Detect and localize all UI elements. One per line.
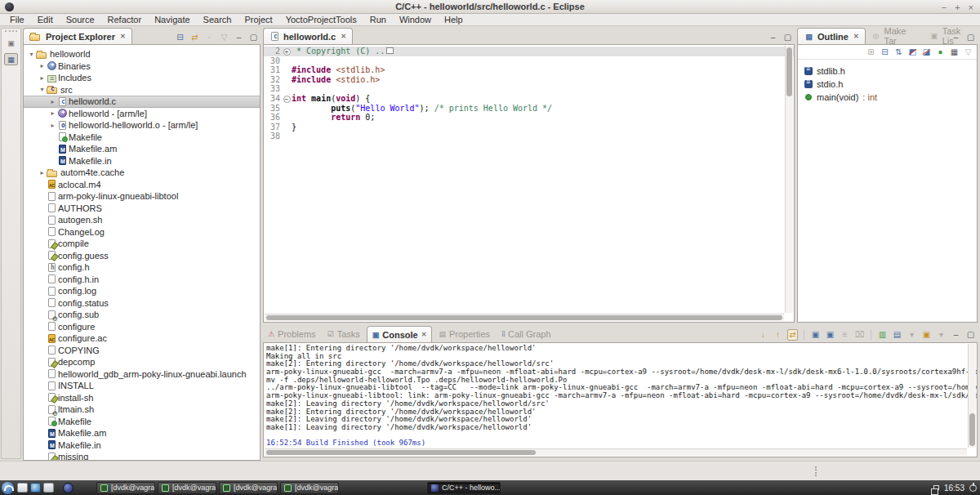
code-line[interactable]: 31#include <stdlib.h> <box>264 65 794 75</box>
maximize-icon[interactable]: ▢ <box>782 33 793 42</box>
hide-non-public-icon[interactable]: ● <box>935 47 946 57</box>
outline-item-main-void[interactable]: main(void) : int <box>798 91 977 104</box>
hide-fields-icon[interactable]: ◩ <box>907 47 918 57</box>
menu-help[interactable]: Help <box>438 15 470 25</box>
tab-properties[interactable]: ▤Properties <box>434 326 495 342</box>
tree-arrow-icon[interactable]: ▸ <box>38 74 47 82</box>
console-vertical-scrollbar[interactable] <box>968 344 976 448</box>
code-line[interactable]: 36 return 0; <box>264 113 794 123</box>
pin-view-menu-icon[interactable]: ▾ <box>936 330 947 340</box>
tree-arrow-icon[interactable]: ▸ <box>48 98 57 105</box>
scroll-lock-icon[interactable]: ▣ <box>825 330 835 340</box>
display-icon[interactable] <box>30 483 41 493</box>
menu-refactor[interactable]: Refactor <box>101 15 149 25</box>
console-output[interactable]: make[1]: Entering directory '/home/dvdk/… <box>263 342 978 457</box>
fold-minus-icon[interactable]: − <box>282 94 292 104</box>
close-icon[interactable]: ✕ <box>120 33 126 40</box>
tree-item-configure-ac[interactable]: configure.ac <box>24 332 260 345</box>
menu-run[interactable]: Run <box>363 15 393 25</box>
minimize-icon[interactable]: – <box>951 330 961 340</box>
editor-vertical-scrollbar[interactable] <box>785 46 793 313</box>
collapse-all-icon[interactable]: ⊟ <box>880 47 890 57</box>
expand-all-icon[interactable]: ⊞ <box>866 47 876 57</box>
tree-item-helloworld-c[interactable]: ▸helloworld.c <box>24 96 260 108</box>
taskbar-window-dvdk-vagran[interactable]: [dvdk@vagran... <box>280 482 339 494</box>
menu-window[interactable]: Window <box>393 15 438 25</box>
drag-handle[interactable] <box>5 30 17 34</box>
tree-item-config-sub[interactable]: config.sub <box>24 309 260 321</box>
network-tray-icon[interactable] <box>933 485 939 490</box>
tree-arrow-icon[interactable]: ▸ <box>48 122 57 129</box>
tree-item-changelog[interactable]: ChangeLog <box>24 226 260 239</box>
tree-item-aclocal-m4[interactable]: aclocal.m4 <box>24 179 260 191</box>
tree-item-config-status[interactable]: config.status <box>24 297 260 310</box>
hide-static-icon[interactable]: ◪ <box>921 47 932 57</box>
outline-item-stdlib-h[interactable]: stdlib.h <box>798 65 977 78</box>
code-line[interactable]: 35 puts("Hello World"); /* prints Hello … <box>264 104 794 114</box>
close-icon[interactable]: ✕ <box>341 33 346 40</box>
tab-tasks[interactable]: ☑Tasks <box>323 326 365 342</box>
tree-arrow-icon[interactable]: ▸ <box>48 109 57 117</box>
view-menu-icon[interactable]: ▽ <box>219 33 229 42</box>
tab-make-tar[interactable]: ◎Make Tar <box>866 28 924 44</box>
open-console-icon[interactable]: ▤ <box>892 330 902 340</box>
taskbar-window-dvdk-vagran[interactable]: [dvdk@vagran... <box>96 482 155 494</box>
project-tree[interactable]: ▾helloworld▸Binaries▸Includes▾src▸hellow… <box>23 44 261 461</box>
maximize-icon[interactable]: ▢ <box>965 33 976 42</box>
tree-item-copying[interactable]: COPYING <box>24 345 260 357</box>
console-horizontal-scrollbar[interactable] <box>265 448 967 456</box>
collapse-all-icon[interactable]: ⊟ <box>175 33 185 42</box>
tree-item-missing[interactable]: missing <box>24 451 260 461</box>
tree-item-helloworld-gdb-arm-poky-linux-gnueabi-launch[interactable]: helloworld_gdb_arm-poky-linux-gnueabi.la… <box>24 368 260 381</box>
tree-item-makefile-am[interactable]: Makefile.am <box>24 143 260 155</box>
tree-item-binaries[interactable]: ▸Binaries <box>24 60 260 73</box>
minimize-icon[interactable]: – <box>234 33 244 42</box>
power-icon[interactable] <box>969 484 977 492</box>
focus-icon[interactable]: ◦ <box>204 33 215 42</box>
outline-item-stdio-h[interactable]: stdio.h <box>798 78 977 91</box>
project-explorer-shortcut-icon[interactable]: ▦ <box>4 53 18 65</box>
clear-console-icon[interactable]: ⌧ <box>854 330 865 340</box>
code-line[interactable]: 33 <box>264 84 794 94</box>
maximize-icon[interactable]: ▢ <box>248 33 259 42</box>
show-desktop-icon[interactable] <box>43 483 54 493</box>
code-line[interactable]: 30 <box>264 56 794 66</box>
close-icon[interactable]: ✕ <box>421 331 427 338</box>
tree-item-helloworld-helloworld-o-arm-le[interactable]: ▸helloworld-helloworld.o - [arm/le] <box>24 119 260 132</box>
minimize-window-icon[interactable]: − <box>942 2 947 12</box>
link-with-editor-icon[interactable]: ⇄ <box>189 33 200 42</box>
sort-icon[interactable]: ⇅ <box>893 47 904 57</box>
pin-console-icon[interactable]: ▣ <box>810 330 821 340</box>
tree-item-autom4te-cache[interactable]: ▸autom4te.cache <box>24 167 260 179</box>
tree-item-makefile-in[interactable]: Makefile.in <box>24 439 260 452</box>
tree-arrow-icon[interactable]: ▾ <box>38 86 47 93</box>
tree-item-arm-poky-linux-gnueabi-libtool[interactable]: arm-poky-linux-gnueabi-libtool <box>24 190 260 203</box>
code-line[interactable]: 34−int main(void) { <box>264 94 794 104</box>
tree-item-makefile[interactable]: Makefile <box>24 132 260 144</box>
menu-yoctoprojecttools[interactable]: YoctoProjectTools <box>279 15 363 25</box>
show-next-icon[interactable]: ↓ <box>758 330 768 340</box>
maximize-window-icon[interactable]: + <box>955 2 960 12</box>
tab-project-explorer[interactable]: Project Explorer ✕ <box>23 28 132 44</box>
tab-problems[interactable]: ⚠Problems <box>263 326 321 342</box>
tree-item-autogen-sh[interactable]: autogen.sh <box>24 214 260 226</box>
code-editor[interactable]: 2+ * Copyright (C) ..3031#include <stdli… <box>263 44 795 323</box>
display-selected-console-icon[interactable]: ▥ <box>877 330 888 340</box>
outline-list[interactable]: stdlib.hstdio.hmain(void) : int <box>798 60 977 104</box>
file-manager-icon[interactable] <box>17 483 28 493</box>
tree-arrow-icon[interactable]: ▾ <box>27 51 36 58</box>
tree-item-install-sh[interactable]: install-sh <box>24 392 260 404</box>
tree-item-install[interactable]: INSTALL <box>24 380 260 392</box>
word-wrap-icon[interactable]: ≡ <box>840 330 850 340</box>
taskbar-window-dvdk-vagran[interactable]: [dvdk@vagran... <box>158 482 216 494</box>
close-icon[interactable]: ✕ <box>853 33 859 40</box>
tree-item-authors[interactable]: AUTHORS <box>24 203 260 215</box>
app-menu-icon[interactable] <box>2 482 14 494</box>
tree-item-configure[interactable]: configure <box>24 321 260 333</box>
close-window-icon[interactable]: × <box>969 2 973 12</box>
tree-item-depcomp[interactable]: depcomp <box>24 356 260 368</box>
editor-horizontal-scrollbar[interactable] <box>265 314 784 321</box>
tree-item-config-h-in[interactable]: config.h.in <box>24 274 260 286</box>
maximize-icon[interactable]: ▢ <box>965 330 976 340</box>
filters-icon[interactable]: ▦ <box>949 47 960 57</box>
